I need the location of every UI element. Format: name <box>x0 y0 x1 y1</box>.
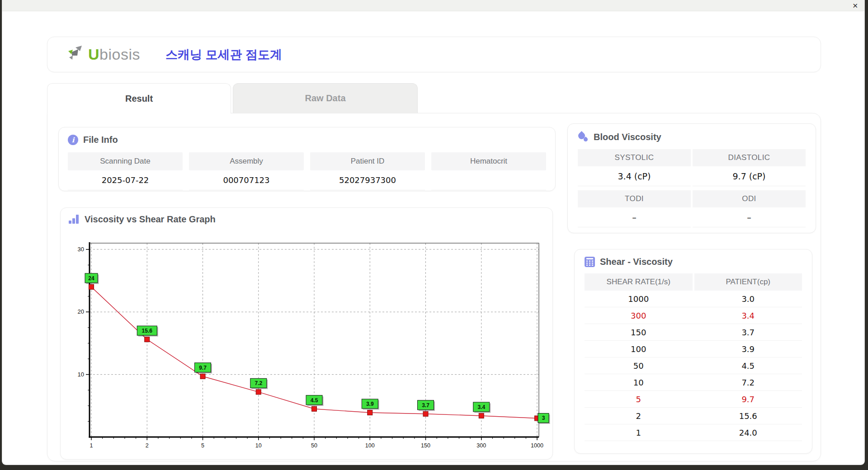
svg-text:100: 100 <box>365 442 375 449</box>
result-panel: i File Info Scanning Date 2025-07-22 Ass… <box>47 113 821 461</box>
svg-text:20: 20 <box>78 308 84 315</box>
field-label: Scanning Date <box>68 152 183 170</box>
svg-text:7.2: 7.2 <box>255 380 262 386</box>
diastolic-value: 9.7 (cP) <box>693 166 806 186</box>
field-assembly: Assembly 000707123 <box>189 152 304 190</box>
svg-text:1: 1 <box>90 442 93 449</box>
table-row: 1503.7 <box>585 324 802 341</box>
graph-title: Viscosity vs Shear Rate Graph <box>85 214 216 225</box>
shear-viscosity-table: SHEAR RATE(1/s) PATIENT(cp) 10003.0 3003… <box>585 273 802 441</box>
title-bar: ✕ <box>2 0 864 11</box>
field-value: 000707123 <box>189 170 304 190</box>
table-row: 124.0 <box>585 424 802 441</box>
field-scanning-date: Scanning Date 2025-07-22 <box>68 152 183 190</box>
field-value: 2025-07-22 <box>68 170 183 190</box>
logo-text: Ubiosis <box>88 46 140 63</box>
todi-value: – <box>578 207 691 227</box>
blood-viscosity-card: Blood Viscosity SYSTOLIC DIASTOLIC 3.4 (… <box>567 123 816 233</box>
systolic-value: 3.4 (cP) <box>578 166 691 186</box>
svg-text:3: 3 <box>542 415 545 421</box>
bar-chart-icon <box>69 215 80 225</box>
svg-text:5: 5 <box>201 442 204 449</box>
field-hematocrit: Hematocrit <box>431 152 546 190</box>
svg-text:9.7: 9.7 <box>199 365 207 371</box>
svg-text:30: 30 <box>78 246 84 253</box>
odi-header: ODI <box>693 190 806 207</box>
info-icon: i <box>68 135 78 145</box>
ubiosis-logo: Ubiosis <box>66 45 140 65</box>
patient-column-header: PATIENT(cp) <box>694 273 802 291</box>
file-info-title: File Info <box>83 135 118 145</box>
tab-result[interactable]: Result <box>47 83 231 113</box>
file-info-card: i File Info Scanning Date 2025-07-22 Ass… <box>58 127 556 191</box>
diastolic-header: DIASTOLIC <box>693 149 806 166</box>
svg-text:50: 50 <box>311 442 317 449</box>
svg-text:10: 10 <box>255 442 262 449</box>
table-row: 59.7 <box>585 391 802 408</box>
viscosity-chart: 102030125105010015030010002415.69.77.24.… <box>61 236 553 459</box>
app-window: ✕ Ubiosis 스캐닝 모세관 점도계 Result Raw Data i … <box>2 0 864 465</box>
field-label: Hematocrit <box>431 152 546 170</box>
svg-text:3.4: 3.4 <box>477 404 485 410</box>
viscosity-graph-card: Viscosity vs Shear Rate Graph 1020301251… <box>60 207 553 460</box>
field-value: 52027937300 <box>310 170 425 190</box>
shear-viscosity-card: Shear - Viscosity SHEAR RATE(1/s) PATIEN… <box>574 249 812 454</box>
svg-text:15.6: 15.6 <box>142 328 153 334</box>
table-row: 504.5 <box>585 357 802 374</box>
shear-rate-column-header: SHEAR RATE(1/s) <box>585 273 693 291</box>
blood-viscosity-title: Blood Viscosity <box>594 132 661 142</box>
svg-text:300: 300 <box>476 442 486 449</box>
shear-viscosity-title: Shear - Viscosity <box>600 257 673 267</box>
tab-raw-data[interactable]: Raw Data <box>233 83 418 113</box>
viscosity-chart-svg: 102030125105010015030010002415.69.77.24.… <box>61 236 553 459</box>
table-row: 10003.0 <box>585 291 802 307</box>
svg-text:24: 24 <box>88 275 94 282</box>
calculator-icon <box>585 257 595 267</box>
field-patient-id: Patient ID 52027937300 <box>310 152 425 190</box>
svg-text:4.5: 4.5 <box>311 397 318 404</box>
table-row: 1003.9 <box>585 341 802 357</box>
field-label: Assembly <box>189 152 304 170</box>
odi-value: – <box>693 207 806 227</box>
table-row: 3003.4 <box>585 307 802 324</box>
todi-header: TODI <box>578 190 691 207</box>
close-icon[interactable]: ✕ <box>852 2 858 9</box>
svg-text:1000: 1000 <box>531 442 543 449</box>
app-title: 스캐닝 모세관 점도계 <box>165 47 282 63</box>
field-label: Patient ID <box>310 152 425 170</box>
svg-text:150: 150 <box>421 442 430 449</box>
svg-text:3.9: 3.9 <box>366 401 374 407</box>
droplets-icon <box>578 131 589 143</box>
svg-text:2: 2 <box>146 442 149 449</box>
table-row: 215.6 <box>585 408 802 424</box>
header-card: Ubiosis 스캐닝 모세관 점도계 <box>47 37 821 72</box>
systolic-header: SYSTOLIC <box>578 149 691 166</box>
field-value <box>431 170 546 190</box>
svg-text:10: 10 <box>78 371 84 378</box>
table-row: 107.2 <box>585 374 802 391</box>
svg-text:3.7: 3.7 <box>422 402 429 409</box>
leaf-logo-icon <box>66 45 87 65</box>
